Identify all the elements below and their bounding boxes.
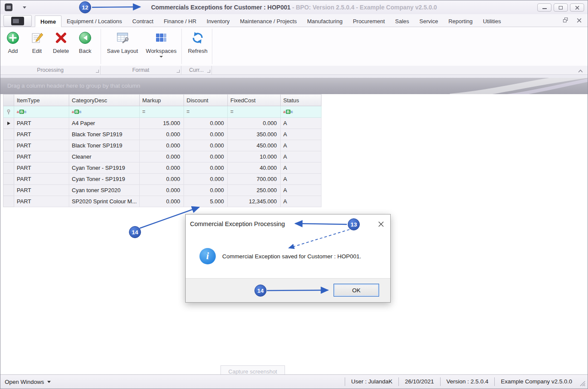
tab-procurement[interactable]: Procurement	[348, 15, 390, 27]
save-layout-button[interactable]: Save Layout	[104, 29, 141, 55]
dialog-titlebar: Commercial Exception Processing	[186, 214, 390, 233]
cell-fixedcost: 10.000	[228, 151, 281, 162]
grid-corner-cell	[3, 95, 14, 106]
edit-icon	[30, 31, 44, 45]
cell-itemtype: PART	[14, 162, 69, 174]
cell-markup: 0.000	[140, 140, 184, 151]
cell-itemtype: PART	[14, 151, 69, 162]
cell-categorydesc: Cleaner	[69, 151, 140, 162]
app-menu-button[interactable]	[3, 15, 32, 27]
table-row[interactable]: PART Cyan Toner - SP1919 0.000 0.000 700…	[3, 174, 322, 185]
tab-equipment-locations[interactable]: Equipment / Locations	[61, 15, 127, 27]
minimize-button[interactable]	[537, 3, 551, 12]
delete-label: Delete	[53, 48, 69, 54]
workspaces-label: Workspaces	[146, 48, 176, 54]
back-button[interactable]: Back	[76, 29, 94, 55]
table-row[interactable]: PART Black Toner SP1919 0.000 0.000 450.…	[3, 140, 322, 151]
delete-button[interactable]: Delete	[51, 29, 71, 55]
dialog-launcher-icon[interactable]	[207, 70, 210, 73]
cell-status: A	[281, 140, 322, 151]
grid-header-row: ItemType CategoryDesc Markup Discount Fi…	[3, 95, 322, 106]
table-row[interactable]: PART Cyan toner SP2020 0.000 0.000 250.0…	[3, 185, 322, 196]
filter-fixedcost[interactable]: =	[228, 106, 281, 118]
abc-filter-icon: aBc	[72, 110, 82, 114]
close-button[interactable]	[570, 3, 584, 12]
groupbar-swirl-decoration	[424, 78, 588, 94]
ribbon: Add Edit Delete Back	[0, 27, 588, 66]
row-indicator	[3, 174, 14, 185]
window-title-suffix: - BPO: Version 2.5.0.4 - Example Company…	[291, 4, 437, 11]
tab-sales[interactable]: Sales	[390, 15, 414, 27]
column-header-status[interactable]: Status	[281, 95, 322, 106]
tab-manufacturing[interactable]: Manufacturing	[302, 15, 348, 27]
workspaces-icon	[154, 31, 168, 45]
window-title: Commercials Exceptions for Customer : HO…	[0, 0, 588, 14]
equals-filter-icon: =	[230, 109, 233, 115]
tab-finance-hr[interactable]: Finance / HR	[159, 15, 202, 27]
tab-contract[interactable]: Contract	[127, 15, 159, 27]
tab-utilities[interactable]: Utilities	[478, 15, 506, 27]
table-row[interactable]: PART Cleaner 0.000 0.000 10.000 A	[3, 151, 322, 162]
filter-status[interactable]: aBc	[281, 106, 322, 118]
statusbar-date: 26/10/2021	[398, 377, 440, 386]
column-header-fixedcost[interactable]: FixedCost	[228, 95, 281, 106]
ribbon-separator	[181, 29, 182, 64]
minimize-icon	[542, 8, 547, 9]
workspaces-button[interactable]: Workspaces	[143, 29, 179, 58]
table-row[interactable]: PART Cyan Toner - SP1919 0.000 0.000 40.…	[3, 162, 322, 174]
column-header-itemtype[interactable]: ItemType	[14, 95, 69, 106]
cell-categorydesc: Cyan Toner - SP1919	[69, 174, 140, 185]
tab-service[interactable]: Service	[414, 15, 443, 27]
column-header-discount[interactable]: Discount	[184, 95, 228, 106]
save-layout-label: Save Layout	[107, 48, 138, 54]
menu-tab-row: Home Equipment / Locations Contract Fina…	[0, 14, 588, 27]
dialog-launcher-icon[interactable]	[96, 70, 99, 73]
dialog-close-button[interactable]	[377, 221, 384, 227]
table-row[interactable]: PART Black Toner SP1919 0.000 0.000 350.…	[3, 129, 322, 140]
add-button[interactable]: Add	[4, 29, 22, 55]
ok-button[interactable]: OK	[334, 284, 379, 297]
cell-itemtype: PART	[14, 129, 69, 140]
table-row[interactable]: PART A4 Paper 15.000 0.000 0.000 A	[3, 118, 322, 129]
filter-itemtype[interactable]: aBc	[14, 106, 69, 118]
dialog-body: i Commercial Exception saved for Custome…	[186, 233, 390, 279]
current-row-arrow-icon	[7, 122, 10, 125]
cell-markup: 0.000	[140, 129, 184, 140]
mdi-restore-button[interactable]	[563, 18, 568, 24]
cell-status: A	[281, 196, 322, 207]
row-indicator	[3, 185, 14, 196]
row-indicator	[3, 151, 14, 162]
dialog-launcher-icon[interactable]	[177, 70, 180, 73]
filter-markup[interactable]: =	[140, 106, 184, 118]
cell-categorydesc: Black Toner SP1919	[69, 129, 140, 140]
group-processing: Processing	[0, 66, 101, 74]
app-window: Commercials Exceptions for Customer : HO…	[0, 0, 588, 389]
refresh-icon	[190, 31, 205, 45]
refresh-button[interactable]: Refresh	[185, 29, 210, 55]
tab-home[interactable]: Home	[35, 15, 61, 27]
cell-fixedcost: 700.000	[228, 174, 281, 185]
column-header-categorydesc[interactable]: CategoryDesc	[69, 95, 140, 106]
filter-categorydesc[interactable]: aBc	[69, 106, 140, 118]
resize-grip[interactable]	[579, 380, 586, 387]
cell-markup: 0.000	[140, 151, 184, 162]
tab-inventory[interactable]: Inventory	[202, 15, 235, 27]
cell-status: A	[281, 185, 322, 196]
cell-discount: 0.000	[184, 151, 228, 162]
close-icon	[378, 221, 384, 227]
column-header-markup[interactable]: Markup	[140, 95, 184, 106]
tab-maintenance-projects[interactable]: Maintenance / Projects	[235, 15, 302, 27]
chevron-up-icon	[578, 69, 583, 73]
filter-discount[interactable]: =	[184, 106, 228, 118]
mdi-close-button[interactable]	[577, 18, 582, 24]
ribbon-group-labels: Processing Format Curr...	[0, 66, 588, 75]
group-current: Curr...	[181, 66, 212, 74]
cell-itemtype: PART	[14, 185, 69, 196]
tab-reporting[interactable]: Reporting	[443, 15, 478, 27]
edit-button[interactable]: Edit	[28, 29, 46, 55]
ribbon-collapse-button[interactable]	[578, 68, 583, 74]
dialog-footer: OK	[186, 278, 390, 302]
maximize-button[interactable]	[554, 3, 568, 12]
table-row[interactable]: PART SP2020 Sprint Colour M... 0.000 5.0…	[3, 196, 322, 207]
open-windows-dropdown[interactable]: Open Windows	[5, 379, 51, 385]
